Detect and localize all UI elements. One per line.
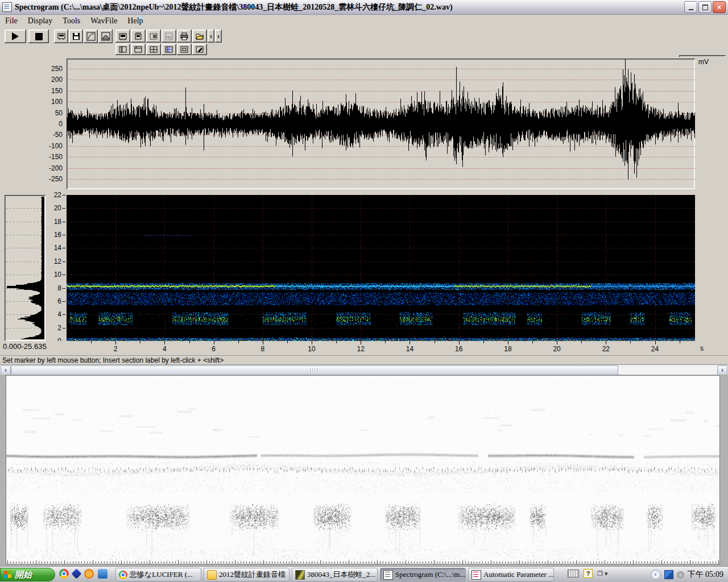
tick-label: 6 [206,345,221,353]
tick-mark [655,341,656,344]
folder-icon [207,570,217,580]
scrollbar-thumb[interactable] [11,365,618,375]
tick-mark [63,195,65,196]
tick-label: 250 [42,65,63,73]
menu-tools[interactable]: Tools [57,16,85,26]
hatch-area-icon [149,32,158,41]
help-icon[interactable]: ? [584,569,593,578]
blue-app-icon[interactable] [98,569,107,579]
tick-label: 16 [47,231,61,239]
amplitude-display-button[interactable] [115,30,130,43]
title-bar[interactable]: Spectrogram (C:\...\masa\桌面\2012npeUb~\2… [0,0,728,15]
tick-label: 20 [47,204,61,212]
tick-mark [63,208,65,209]
blue-diamond-icon[interactable] [71,568,81,579]
save-button[interactable] [69,30,83,43]
time-axis: 24681012141618202224 s [0,341,728,355]
minimize-button[interactable] [684,1,697,13]
tick-label: 4 [47,310,61,318]
axes-layout-5-button[interactable] [177,44,192,55]
menu-bar: File Display Tools WavFile Help [0,15,728,27]
tick-label: 12 [353,345,368,353]
toolbar: N=512 F=100 O=88 HAM Hz ‹ › -69-65-63-60… [0,27,728,56]
thumb-grip-icon [311,368,318,372]
scroll-forward-button[interactable]: › [215,30,222,43]
tick-mark [508,341,508,344]
play-icon [12,32,19,40]
gamma-curve-button[interactable] [84,30,98,43]
printer-icon [180,32,189,41]
tick-mark [140,341,140,343]
scroll-left-arrow[interactable]: ‹ [1,365,11,375]
scale-ticks-button[interactable] [131,30,146,43]
gray-dot-icon[interactable] [677,571,684,579]
tick-label: 14 [402,345,417,353]
tick-mark [483,341,484,343]
scroll-back-button[interactable]: ‹ [208,30,214,43]
menu-help[interactable]: Help [122,16,148,26]
axes-layout-3-button[interactable] [146,44,161,55]
menu-display[interactable]: Display [23,16,58,26]
tick-label: 22 [47,191,61,199]
axes-layout-4-button[interactable] [162,44,176,55]
stop-icon [35,33,43,40]
menu-file[interactable]: File [0,16,23,26]
copy-display-button[interactable] [54,30,68,43]
annotate-button[interactable] [192,44,207,55]
tick-mark [606,341,606,344]
time-axis-unit: s [700,344,704,352]
tick-mark [63,275,65,275]
chrome-icon[interactable] [59,569,69,579]
network-app-icon[interactable] [664,570,673,579]
tick-mark [336,341,337,343]
keyboard-icon[interactable] [568,569,579,577]
hz-scale-button[interactable]: Hz [162,30,176,43]
tick-mark [189,341,190,343]
task-automatic-parameter[interactable]: Automatic Parameter ... [468,568,554,581]
play-button[interactable] [5,30,26,43]
print-preview-window [0,375,728,566]
power-spectrum-panel[interactable] [5,195,46,341]
window-title: Spectrogram (C:\...\masa\桌面\2012npeUb~\2… [15,2,684,13]
tick-mark [263,341,263,344]
open-file-button[interactable] [192,30,207,43]
start-button[interactable]: 開始 [0,568,55,581]
spectrogram-plot[interactable] [67,195,695,341]
tick-label: 12 [47,257,61,265]
tick-mark [63,261,65,262]
hatch-area-button[interactable] [146,30,161,43]
media-player-icon[interactable] [84,569,94,579]
horizontal-scrollbar[interactable]: ‹ › [0,364,728,375]
tick-label: 200 [42,76,63,84]
chrome-icon [119,571,127,579]
tick-mark [214,341,214,344]
grayscale-spectrogram[interactable] [6,375,720,564]
tray-collapse-chevron-icon[interactable]: ‹ [651,569,661,580]
task-wav-file[interactable]: 380043_日本樹蛙_2... [292,568,378,581]
tick-label: 18 [47,218,61,226]
tick-mark [557,341,557,344]
window-function-button[interactable] [98,30,113,43]
close-button[interactable]: × [713,1,726,13]
menu-wavfile[interactable]: WavFile [85,16,122,26]
window-a-icon [118,32,127,41]
print-button[interactable] [177,30,192,43]
restore-toolband-icon[interactable]: ❐ ▾ [597,570,607,577]
axes-top-icon [134,45,143,53]
maximize-button[interactable] [698,1,712,13]
start-label: 開始 [15,569,32,580]
axes-layout-1-button[interactable] [115,44,130,55]
tick-mark [630,341,631,343]
task-spectrogram[interactable]: Spectrogram (C:\...\m... [380,568,466,581]
svg-text:Hz: Hz [166,35,172,40]
task-recordings-folder[interactable]: 2012聲紋計畫錄音檔 [204,568,289,581]
task-lucifer[interactable]: 悲惨なLUCIFER (... [115,568,201,581]
taskbar: 開始 悲惨なLUCIFER (... 2012聲紋計畫錄音檔 380043_日本… [0,566,728,582]
gamma-curve-icon [86,32,96,41]
time-axis-ticks: 24681012141618202224 [67,341,698,355]
language-bar: ? ❐ ▾ [568,569,607,578]
scroll-right-arrow[interactable]: › [717,365,727,375]
waveform-plot[interactable] [67,59,695,189]
stop-button[interactable] [28,30,49,43]
axes-layout-2-button[interactable] [131,44,146,55]
